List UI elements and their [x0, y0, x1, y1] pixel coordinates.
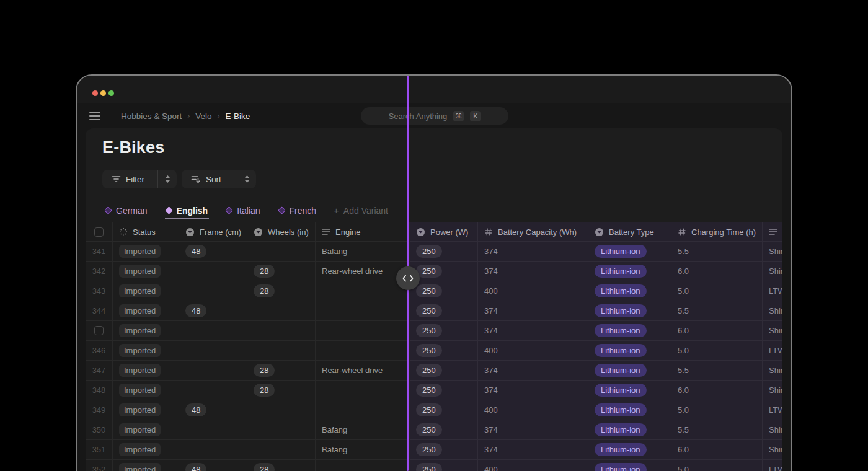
cell-capacity[interactable]: 400 — [478, 341, 588, 360]
breadcrumb-item[interactable]: Velo — [195, 112, 211, 121]
cell-num[interactable]: 352 — [86, 460, 113, 471]
cell-capacity[interactable]: 374 — [478, 301, 588, 320]
column-header-status[interactable]: Status — [113, 222, 179, 241]
cell-frame[interactable] — [179, 361, 247, 380]
cell-frame[interactable] — [179, 440, 247, 459]
cell-frame[interactable]: 48 — [179, 301, 247, 320]
column-header-engine[interactable]: Engine — [316, 222, 410, 241]
cell-charging[interactable]: 5.0 — [671, 341, 763, 360]
cell-power[interactable]: 250 — [410, 440, 478, 459]
cell-power[interactable]: 250 — [410, 262, 478, 281]
filter-button[interactable]: Filter — [102, 170, 177, 188]
cell-charging[interactable]: 5.5 — [671, 242, 763, 261]
cell-wheels[interactable] — [247, 440, 316, 459]
cell-power[interactable]: 250 — [410, 361, 478, 380]
cell-power[interactable]: 250 — [410, 242, 478, 261]
cell-charging[interactable]: 5.5 — [671, 361, 763, 380]
minimize-window-button[interactable] — [100, 90, 106, 96]
cell-engine[interactable]: Bafang — [316, 420, 410, 439]
cell-battery_type[interactable]: Lithium-ion — [588, 460, 671, 471]
cell-power[interactable]: 250 — [410, 301, 478, 320]
cell-capacity[interactable]: 374 — [478, 440, 588, 459]
cell-frame[interactable] — [179, 321, 247, 340]
cell-capacity[interactable]: 374 — [478, 242, 588, 261]
cell-status[interactable]: Imported — [113, 400, 179, 420]
cell-power[interactable]: 250 — [410, 400, 478, 420]
cell-gears[interactable]: Shin — [763, 361, 782, 380]
cell-num[interactable]: 342 — [86, 262, 113, 281]
cell-engine[interactable]: Bafang — [316, 440, 410, 459]
cell-num[interactable]: 346 — [86, 341, 113, 360]
tab-italian[interactable]: Italian — [225, 203, 261, 218]
cell-gears[interactable]: Shin — [763, 440, 782, 459]
column-resize-handle[interactable] — [396, 266, 420, 290]
cell-battery_type[interactable]: Lithium-ion — [588, 341, 671, 360]
cell-engine[interactable] — [316, 301, 410, 320]
cell-num[interactable]: 351 — [86, 440, 113, 459]
cell-frame[interactable] — [179, 420, 247, 439]
chevron-up-down-icon[interactable] — [237, 175, 256, 183]
cell-wheels[interactable] — [247, 341, 316, 360]
cell-gears[interactable]: Shin — [763, 321, 782, 340]
close-window-button[interactable] — [92, 90, 98, 96]
cell-engine[interactable] — [316, 460, 410, 471]
cell-wheels[interactable]: 28 — [247, 361, 316, 380]
cell-wheels[interactable]: 28 — [247, 381, 316, 400]
cell-charging[interactable]: 6.0 — [671, 381, 763, 400]
cell-num[interactable]: 347 — [86, 361, 113, 380]
cell-battery_type[interactable]: Lithium-ion — [588, 440, 671, 459]
tab-french[interactable]: French — [278, 203, 318, 218]
cell-power[interactable]: 250 — [410, 420, 478, 439]
cell-gears[interactable]: Shin — [763, 242, 782, 261]
cell-charging[interactable]: 5.0 — [671, 400, 763, 420]
cell-engine[interactable] — [316, 321, 410, 340]
cell-frame[interactable] — [179, 281, 247, 301]
cell-gears[interactable]: Shin — [763, 420, 782, 439]
cell-battery_type[interactable]: Lithium-ion — [588, 400, 671, 420]
cell-status[interactable]: Imported — [113, 440, 179, 459]
cell-num[interactable] — [86, 321, 113, 340]
cell-capacity[interactable]: 400 — [478, 281, 588, 301]
cell-status[interactable]: Imported — [113, 381, 179, 400]
cell-frame[interactable]: 48 — [179, 460, 247, 471]
cell-gears[interactable]: LTW — [763, 460, 782, 471]
cell-wheels[interactable] — [247, 400, 316, 420]
select-all-cell[interactable] — [86, 222, 113, 241]
cell-wheels[interactable]: 28 — [247, 460, 316, 471]
cell-battery_type[interactable]: Lithium-ion — [588, 281, 671, 301]
cell-charging[interactable]: 6.0 — [671, 440, 763, 459]
cell-wheels[interactable] — [247, 301, 316, 320]
cell-battery_type[interactable]: Lithium-ion — [588, 381, 671, 400]
cell-status[interactable]: Imported — [113, 301, 179, 320]
cell-num[interactable]: 349 — [86, 400, 113, 420]
cell-capacity[interactable]: 374 — [478, 361, 588, 380]
cell-status[interactable]: Imported — [113, 321, 179, 340]
cell-engine[interactable]: Rear-wheel drive — [316, 361, 410, 380]
cell-battery_type[interactable]: Lithium-ion — [588, 262, 671, 281]
cell-num[interactable]: 350 — [86, 420, 113, 439]
cell-wheels[interactable]: 28 — [247, 262, 316, 281]
cell-battery_type[interactable]: Lithium-ion — [588, 361, 671, 380]
cell-num[interactable]: 344 — [86, 301, 113, 320]
cell-charging[interactable]: 5.5 — [671, 301, 763, 320]
cell-wheels[interactable]: 28 — [247, 281, 316, 301]
cell-power[interactable]: 250 — [410, 381, 478, 400]
cell-engine[interactable] — [316, 400, 410, 420]
cell-status[interactable]: Imported — [113, 281, 179, 301]
add-variant-button[interactable]: +Add Variant — [334, 203, 388, 218]
cell-gears[interactable]: LTW — [763, 341, 782, 360]
tab-german[interactable]: German — [104, 203, 149, 218]
chevron-up-down-icon[interactable] — [158, 175, 177, 183]
column-header-wheels[interactable]: Wheels (in) — [247, 222, 316, 241]
cell-gears[interactable]: LTW — [763, 281, 782, 301]
zoom-window-button[interactable] — [108, 90, 114, 96]
cell-power[interactable]: 250 — [410, 281, 478, 301]
cell-capacity[interactable]: 374 — [478, 321, 588, 340]
tab-english[interactable]: English — [165, 203, 210, 219]
select-all-checkbox[interactable] — [94, 227, 104, 237]
column-header-battery_type[interactable]: Battery Type — [588, 222, 671, 241]
cell-status[interactable]: Imported — [113, 361, 179, 380]
cell-frame[interactable] — [179, 341, 247, 360]
row-checkbox[interactable] — [94, 326, 104, 335]
cell-capacity[interactable]: 400 — [478, 400, 588, 420]
